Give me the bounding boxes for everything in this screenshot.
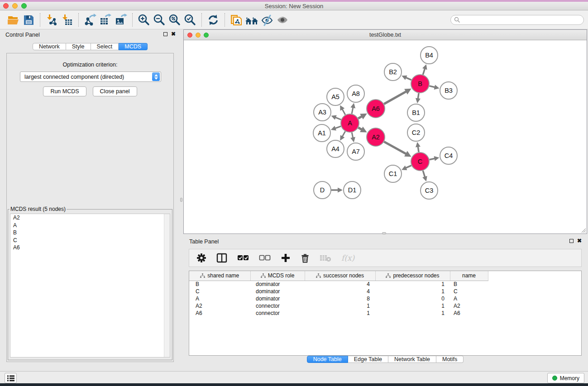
main-toolbar — [0, 10, 588, 29]
table-tabs: Node Table Edge Table Network Table Moti… — [183, 356, 587, 363]
network-view-window: testGlobe.txt AA1A2A3A4A5A6A7A8BB1B2B3B4… — [183, 29, 587, 234]
toolbar-separator — [40, 13, 40, 27]
tab-network-table[interactable]: Network Table — [388, 356, 436, 363]
titlebar[interactable]: Session: New Session — [0, 2, 588, 10]
search-input[interactable] — [460, 16, 583, 24]
deselect-all-icon[interactable] — [259, 255, 271, 261]
graph-edge[interactable] — [406, 77, 411, 80]
hide-panels-icon[interactable] — [259, 13, 275, 27]
close-table-panel-icon[interactable]: ✖ — [577, 238, 582, 243]
graph-node-label: A5 — [331, 93, 339, 100]
tab-network[interactable]: Network — [33, 43, 66, 50]
open-file-icon[interactable] — [5, 13, 21, 27]
graph-edge[interactable] — [342, 131, 345, 137]
graph-node-label: A — [348, 119, 352, 127]
mcds-result-item[interactable]: A — [10, 222, 170, 229]
zoom-fit-icon[interactable] — [167, 13, 182, 27]
table-row[interactable]: Adominator80A — [189, 295, 488, 302]
graph-edge[interactable] — [405, 166, 411, 168]
tab-node-table[interactable]: Node Table — [307, 356, 348, 363]
panel-divider-handle[interactable] — [180, 198, 182, 202]
close-panel-icon[interactable]: ✖ — [171, 32, 176, 36]
graph-edge[interactable] — [342, 109, 345, 114]
delete-icon[interactable] — [301, 253, 310, 263]
graph-edge[interactable] — [429, 86, 435, 87]
tab-edge-table[interactable]: Edge Table — [348, 356, 388, 363]
split-divider-handle[interactable] — [382, 232, 386, 234]
table-row[interactable]: A6connector11A6 — [189, 310, 488, 317]
optimization-select[interactable]: largest connected component (directed) — [20, 71, 161, 82]
graph-edge[interactable] — [384, 142, 406, 154]
show-panels-icon[interactable] — [275, 13, 290, 27]
mcds-list-scrollbar[interactable] — [164, 214, 170, 357]
mcds-result-list[interactable]: A2ABCA6 — [10, 214, 170, 357]
column-header-shared-name[interactable]: shared name — [189, 271, 250, 281]
column-header-predecessor-nodes[interactable]: predecessor nodes — [375, 271, 450, 281]
graph-edge[interactable] — [335, 126, 341, 129]
control-panel: Control Panel ✖ Network Style Select MCD… — [0, 29, 180, 371]
graph-node-label: B4 — [425, 52, 433, 59]
column-header-name[interactable]: name — [450, 271, 488, 281]
export-network-icon[interactable] — [82, 13, 98, 27]
column-header-successor-nodes[interactable]: successor nodes — [305, 271, 375, 281]
gear-icon[interactable] — [196, 253, 206, 263]
float-table-panel-icon[interactable] — [569, 239, 574, 243]
graph-node-label: D1 — [348, 186, 357, 194]
graph-edge[interactable] — [423, 68, 425, 75]
save-icon[interactable] — [21, 13, 36, 27]
graph-node-label: A7 — [352, 148, 360, 155]
import-network-icon[interactable] — [44, 13, 59, 27]
mcds-result-item[interactable]: B — [10, 229, 170, 237]
table-row[interactable]: Bdominator41B — [189, 281, 488, 288]
export-table-icon[interactable] — [98, 13, 113, 27]
tab-mcds[interactable]: MCDS — [119, 43, 148, 50]
window-title: Session: New Session — [0, 3, 588, 10]
optimization-criterion-label: Optimization criterion: — [7, 62, 173, 68]
graph-edge[interactable] — [384, 91, 406, 104]
optimization-select-value: largest connected component (directed) — [20, 74, 152, 80]
mcds-result-item[interactable]: A6 — [10, 244, 170, 252]
network-window-title: testGlobe.txt — [184, 32, 587, 38]
select-all-icon[interactable] — [237, 255, 249, 261]
mcds-result-item[interactable]: A2 — [10, 214, 170, 222]
column-settings-icon[interactable] — [216, 253, 227, 263]
home-icon[interactable] — [244, 13, 259, 27]
graph-edge[interactable] — [418, 146, 419, 152]
table-row[interactable]: Cdominator41C — [189, 288, 488, 295]
toolbar-separator — [225, 13, 225, 27]
column-header-mcds-role[interactable]: MCDS role — [250, 271, 305, 281]
mcds-result-item[interactable]: C — [10, 237, 170, 244]
tab-motifs[interactable]: Motifs — [436, 356, 464, 363]
graph-edge[interactable] — [335, 117, 341, 119]
zoom-out-icon[interactable] — [152, 13, 167, 27]
zoom-in-icon[interactable] — [136, 13, 152, 27]
graph-edge[interactable] — [423, 171, 425, 177]
application-window: Session: New Session — [0, 0, 588, 386]
graph-node-label: A2 — [372, 133, 380, 141]
tab-style[interactable]: Style — [66, 43, 91, 50]
network-graph[interactable]: AA1A2A3A4A5A6A7A8BB1B2B3B4CC1C2C3C4DD1 — [184, 41, 586, 234]
refresh-icon[interactable] — [206, 13, 221, 27]
resize-grip-icon[interactable] — [580, 227, 586, 233]
import-table-icon[interactable] — [59, 13, 75, 27]
node-table[interactable]: shared name MCDS role successor nodes pr… — [189, 271, 582, 356]
table-header-row: shared name MCDS role successor nodes pr… — [189, 271, 488, 281]
clone-network-icon[interactable] — [229, 13, 244, 27]
graph-edge-arrowhead — [416, 98, 421, 104]
float-panel-icon[interactable] — [163, 32, 167, 36]
search-box[interactable] — [450, 15, 584, 25]
export-image-icon[interactable] — [113, 13, 129, 27]
graph-edge[interactable] — [418, 93, 419, 99]
add-icon[interactable] — [281, 253, 291, 263]
graph-edge[interactable] — [352, 107, 353, 114]
tab-select[interactable]: Select — [91, 43, 119, 50]
tree-icon — [316, 273, 321, 278]
run-mcds-button[interactable]: Run MCDS — [43, 86, 86, 96]
task-history-button[interactable] — [5, 373, 17, 383]
close-panel-button[interactable]: Close panel — [93, 86, 137, 96]
zoom-selected-icon[interactable] — [182, 13, 198, 27]
network-canvas[interactable]: AA1A2A3A4A5A6A7A8BB1B2B3B4CC1C2C3C4DD1 — [184, 41, 586, 234]
network-window-titlebar[interactable]: testGlobe.txt — [184, 30, 587, 40]
table-row[interactable]: A2connector11A2 — [189, 302, 488, 310]
memory-button[interactable]: Memory — [547, 373, 584, 383]
